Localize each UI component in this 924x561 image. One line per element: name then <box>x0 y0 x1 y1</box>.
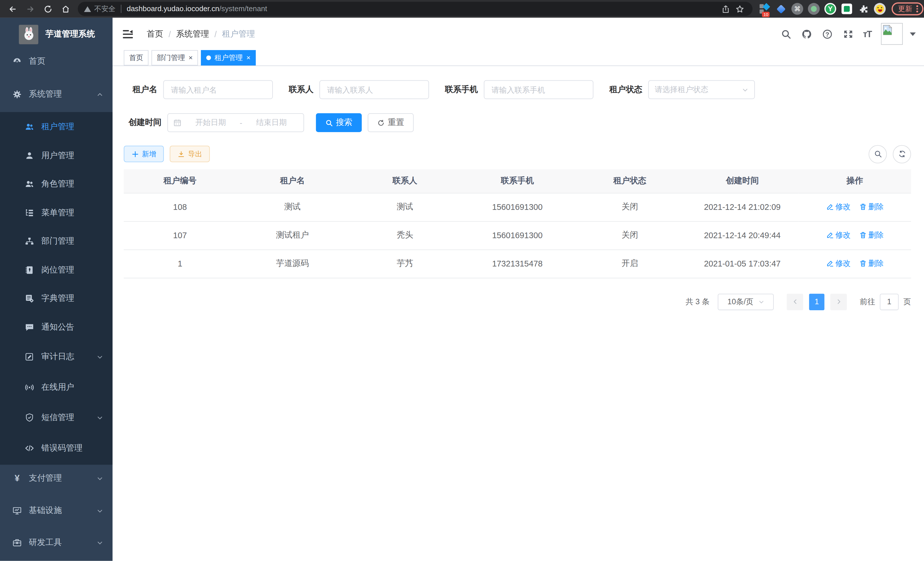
security-indicator[interactable]: 不安全 <box>84 4 116 14</box>
tenant-name-label: 租户名 <box>133 84 158 95</box>
page-size-select[interactable]: 10条/页 <box>718 293 774 310</box>
extension-kite-icon[interactable] <box>775 3 787 15</box>
col-tenant-name: 租户名 <box>236 169 349 193</box>
tab-label: 租户管理 <box>214 53 243 63</box>
sidebar-item-label: 错误码管理 <box>41 443 82 453</box>
browser-back-button[interactable] <box>3 1 21 17</box>
active-dot <box>206 56 211 60</box>
warning-icon <box>84 5 92 13</box>
cell-contact: 芋艿 <box>349 249 461 278</box>
chevron-down-icon <box>97 539 103 546</box>
people-icon <box>25 179 34 189</box>
date-range-picker[interactable]: 开始日期 - 结束日期 <box>167 113 304 132</box>
tab-tenant[interactable]: 租户管理 × <box>201 50 256 65</box>
chevron-down-icon <box>97 475 103 481</box>
sidebar-item-label: 系统管理 <box>29 89 62 99</box>
org-chart-icon <box>25 236 34 246</box>
github-icon[interactable] <box>801 28 812 39</box>
search-icon <box>326 119 333 127</box>
sidebar-item-label: 通知公告 <box>41 322 74 332</box>
export-label: 导出 <box>188 149 202 159</box>
share-icon[interactable] <box>718 1 733 17</box>
page-size-value: 10条/页 <box>728 296 753 307</box>
profile-avatar-icon[interactable] <box>874 3 886 15</box>
bookmark-star-icon[interactable] <box>733 1 747 17</box>
sidebar-item-label: 用户管理 <box>41 150 74 161</box>
sidebar: 芋道管理系统 首页 系统管理 租户管理 用户管理 角色管理 菜单 <box>0 18 112 561</box>
tab-home[interactable]: 首页 <box>124 50 148 65</box>
browser-reload-button[interactable] <box>39 1 57 17</box>
browser-home-button[interactable] <box>57 1 74 17</box>
goto-page-input[interactable] <box>880 293 898 310</box>
refresh-table-button[interactable] <box>893 145 911 163</box>
fullscreen-icon[interactable] <box>842 28 854 39</box>
trash-icon <box>859 231 867 239</box>
search-button[interactable]: 搜索 <box>316 113 362 132</box>
browser-forward-button[interactable] <box>21 1 39 17</box>
prev-page-button[interactable] <box>787 293 803 310</box>
sidebar-item-audit-log[interactable]: 审计日志 <box>0 344 112 370</box>
filter-row-2: 创建时间 开始日期 - 结束日期 搜索 重置 <box>124 113 911 132</box>
extension-tampermonkey-icon[interactable]: 10 <box>758 3 770 15</box>
close-icon[interactable]: × <box>246 54 250 62</box>
table-row: 108 测试 测试 15601691300 关闭 2021-12-14 21:0… <box>124 193 911 221</box>
contact-input[interactable] <box>320 80 429 99</box>
extension-command-icon[interactable]: ⌘ <box>791 3 803 15</box>
breadcrumb-home[interactable]: 首页 <box>147 29 164 39</box>
avatar-dropdown-caret[interactable] <box>910 32 916 35</box>
sidebar-item-online-user[interactable]: 在线用户 <box>0 375 112 401</box>
edit-link[interactable]: 修改 <box>826 258 851 269</box>
sidebar-item-system[interactable]: 系统管理 <box>0 81 112 108</box>
breadcrumb-system[interactable]: 系统管理 <box>176 29 209 39</box>
monitor-icon <box>12 506 22 516</box>
next-page-button[interactable] <box>830 293 847 310</box>
sidebar-item-pay[interactable]: ¥ 支付管理 <box>0 465 112 491</box>
edit-link[interactable]: 修改 <box>826 230 851 241</box>
current-page-button[interactable]: 1 <box>809 293 825 310</box>
browser-menu-icon[interactable] <box>915 5 920 12</box>
sidebar-item-infra[interactable]: 基础设施 <box>0 498 112 524</box>
delete-link[interactable]: 删除 <box>859 202 884 212</box>
reset-button[interactable]: 重置 <box>368 113 414 132</box>
sidebar-item-tenant[interactable]: 租户管理 <box>0 114 112 140</box>
sidebar-collapse-icon[interactable] <box>122 28 134 40</box>
sidebar-item-dict[interactable]: 字典管理 <box>0 285 112 311</box>
status-select[interactable]: 请选择租户状态 <box>648 80 755 99</box>
sidebar-item-error-code[interactable]: 错误码管理 <box>0 435 112 461</box>
font-size-icon[interactable]: тT <box>863 29 872 39</box>
tab-dept[interactable]: 部门管理 × <box>152 50 198 65</box>
sidebar-item-home[interactable]: 首页 <box>0 48 112 74</box>
tenant-name-input[interactable] <box>163 80 273 99</box>
extension-chat-icon[interactable] <box>841 3 853 15</box>
extensions-puzzle-icon[interactable] <box>857 3 869 15</box>
toggle-search-button[interactable] <box>868 145 887 163</box>
export-button[interactable]: 导出 <box>170 146 210 162</box>
edit-icon <box>826 260 834 267</box>
close-icon[interactable]: × <box>189 54 193 62</box>
search-icon[interactable] <box>781 28 792 39</box>
sidebar-item-post[interactable]: 岗位管理 <box>0 257 112 283</box>
sidebar-item-dept[interactable]: 部门管理 <box>0 228 112 254</box>
sidebar-item-notice[interactable]: 通知公告 <box>0 314 112 340</box>
extension-circle-icon[interactable] <box>808 3 820 15</box>
delete-link[interactable]: 删除 <box>859 230 884 241</box>
app-logo[interactable]: 芋道管理系统 <box>0 18 112 51</box>
sidebar-item-user[interactable]: 用户管理 <box>0 143 112 169</box>
refresh-icon <box>377 119 385 127</box>
user-avatar[interactable] <box>881 23 903 45</box>
extension-y-icon[interactable]: Y <box>824 3 836 15</box>
sidebar-item-menu[interactable]: 菜单管理 <box>0 200 112 226</box>
add-button[interactable]: 新增 <box>124 146 164 162</box>
chrome-update-button[interactable]: 更新 <box>892 2 923 15</box>
edit-link[interactable]: 修改 <box>826 202 851 212</box>
sidebar-item-dev-tools[interactable]: 研发工具 <box>0 529 112 556</box>
sidebar-item-label: 首页 <box>29 56 45 67</box>
delete-link[interactable]: 删除 <box>859 258 884 269</box>
help-icon[interactable]: ? <box>822 28 833 39</box>
filter-row-1: 租户名 联系人 联系手机 租户状态 请选择租户状态 <box>124 80 911 99</box>
sidebar-item-role[interactable]: 角色管理 <box>0 171 112 197</box>
col-status: 租户状态 <box>574 169 686 193</box>
sidebar-item-sms[interactable]: 短信管理 <box>0 405 112 431</box>
address-bar[interactable]: 不安全 dashboard.yudao.iocoder.cn/system/te… <box>78 2 753 16</box>
mobile-input[interactable] <box>484 80 593 99</box>
